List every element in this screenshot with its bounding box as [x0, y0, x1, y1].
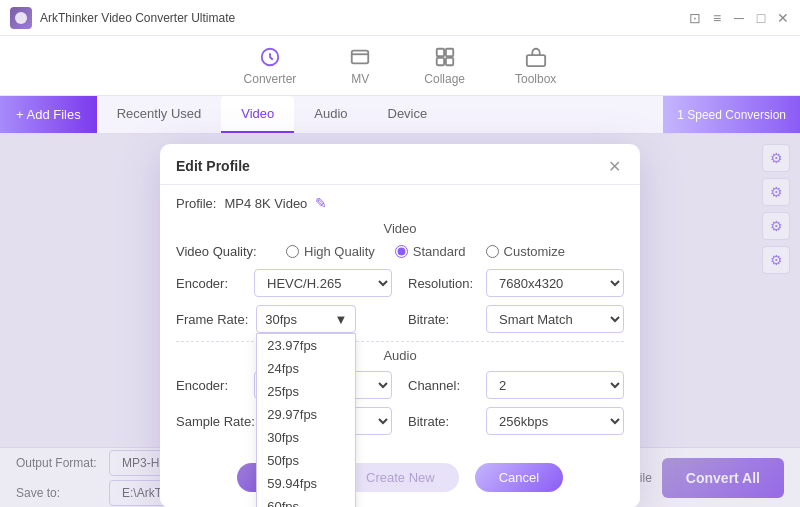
bitrate-group: Bitrate: Smart Match: [408, 305, 624, 333]
dropdown-arrow-icon: ▼: [334, 312, 347, 327]
audio-section-label: Audio: [176, 348, 624, 363]
nav-toolbox[interactable]: Toolbox: [515, 46, 556, 86]
svg-rect-5: [436, 57, 443, 64]
quality-label: Video Quality:: [176, 244, 266, 259]
tabbar: + Add Files Recently Used Video Audio De…: [0, 96, 800, 134]
toolbox-icon: [522, 46, 550, 68]
nav-converter[interactable]: Converter: [244, 46, 297, 86]
fps-59.94[interactable]: 59.94fps: [257, 472, 355, 495]
profile-label: Profile:: [176, 196, 216, 211]
add-files-label: + Add Files: [16, 107, 81, 122]
modal-body: Profile: MP4 8K Video ✎ Video Video Qual…: [160, 185, 640, 453]
frame-rate-value: 30fps: [265, 312, 297, 327]
channel-select[interactable]: 2: [486, 371, 624, 399]
svg-rect-3: [436, 48, 443, 55]
cancel-button[interactable]: Cancel: [475, 463, 563, 492]
frame-rate-trigger[interactable]: 30fps ▼: [256, 305, 356, 333]
fps-24[interactable]: 24fps: [257, 357, 355, 380]
mv-icon: [346, 46, 374, 68]
close-icon[interactable]: ✕: [776, 11, 790, 25]
sample-rate-label: Sample Rate:: [176, 414, 255, 429]
quality-high-radio[interactable]: [286, 245, 299, 258]
modal-footer: Default Create New Cancel: [160, 453, 640, 492]
add-files-button[interactable]: + Add Files: [0, 96, 97, 133]
window-controls: ⊡ ≡ ─ □ ✕: [688, 11, 790, 25]
nav-mv-label: MV: [351, 72, 369, 86]
maximize-icon[interactable]: □: [754, 11, 768, 25]
nav-toolbox-label: Toolbox: [515, 72, 556, 86]
sample-bitrate-row: Sample Rate: Bitrate: 256kbps: [176, 407, 624, 435]
resolution-select[interactable]: 7680x4320: [486, 269, 624, 297]
audio-row: Encoder: Channel: 2: [176, 371, 624, 399]
resolution-label: Resolution:: [408, 276, 478, 291]
tab-list: Recently Used Video Audio Device: [97, 96, 664, 133]
encoder-label: Encoder:: [176, 276, 246, 291]
svg-rect-7: [527, 55, 545, 66]
fps-50[interactable]: 50fps: [257, 449, 355, 472]
channel-group: Channel: 2: [408, 371, 624, 399]
framerate-bitrate-row: Frame Rate: 30fps ▼ 23.97fps 24fps 25fps…: [176, 305, 624, 333]
app-title: ArkThinker Video Converter Ultimate: [40, 11, 688, 25]
channel-label: Channel:: [408, 378, 478, 393]
nav-converter-label: Converter: [244, 72, 297, 86]
audio-bitrate-label: Bitrate:: [408, 414, 478, 429]
navbar: Converter MV Collage Toolb: [0, 36, 800, 96]
collage-icon: [431, 46, 459, 68]
video-section-label: Video: [176, 221, 624, 236]
edit-profile-icon[interactable]: ✎: [315, 195, 327, 211]
menu-icon[interactable]: ≡: [710, 11, 724, 25]
encoder-select[interactable]: HEVC/H.265: [254, 269, 392, 297]
quality-high-option[interactable]: High Quality: [286, 244, 375, 259]
main-content: ⚙ ⚙ ⚙ ⚙ Edit Profile ✕ Profile: MP4 8K V…: [0, 134, 800, 447]
chat-icon[interactable]: ⊡: [688, 11, 702, 25]
edit-profile-modal: Edit Profile ✕ Profile: MP4 8K Video ✎ V…: [160, 144, 640, 507]
svg-rect-4: [446, 48, 453, 55]
encoder-group: Encoder: HEVC/H.265: [176, 269, 392, 297]
fps-25[interactable]: 25fps: [257, 380, 355, 403]
audio-bitrate-group: Bitrate: 256kbps: [408, 407, 624, 435]
audio-encoder-label: Encoder:: [176, 378, 246, 393]
encoder-resolution-row: Encoder: HEVC/H.265 Resolution: 7680x432…: [176, 269, 624, 297]
speed-label: 1 Speed Conversion: [677, 108, 786, 122]
modal-close-button[interactable]: ✕: [604, 156, 624, 176]
fps-29.97[interactable]: 29.97fps: [257, 403, 355, 426]
speed-conversion-button[interactable]: 1 Speed Conversion: [663, 96, 800, 133]
fps-30[interactable]: 30fps: [257, 426, 355, 449]
bitrate-select[interactable]: Smart Match: [486, 305, 624, 333]
nav-mv[interactable]: MV: [346, 46, 374, 86]
nav-collage-label: Collage: [424, 72, 465, 86]
app-logo: [10, 7, 32, 29]
quality-standard-radio[interactable]: [395, 245, 408, 258]
quality-standard-option[interactable]: Standard: [395, 244, 466, 259]
tab-audio[interactable]: Audio: [294, 96, 367, 133]
svg-rect-2: [352, 50, 369, 63]
svg-rect-6: [446, 57, 453, 64]
minimize-icon[interactable]: ─: [732, 11, 746, 25]
frame-rate-list: 23.97fps 24fps 25fps 29.97fps 30fps 50fp…: [256, 333, 356, 507]
bitrate-label: Bitrate:: [408, 312, 478, 327]
fps-60[interactable]: 60fps: [257, 495, 355, 507]
profile-row: Profile: MP4 8K Video ✎: [176, 195, 624, 211]
quality-row: Video Quality: High Quality Standard Cus…: [176, 244, 624, 259]
tab-recently-used[interactable]: Recently Used: [97, 96, 222, 133]
create-new-button[interactable]: Create New: [342, 463, 459, 492]
audio-section: Audio Encoder: Channel: 2: [176, 341, 624, 435]
frame-rate-label: Frame Rate:: [176, 312, 248, 327]
resolution-group: Resolution: 7680x4320: [408, 269, 624, 297]
profile-value: MP4 8K Video: [224, 196, 307, 211]
fps-23.97[interactable]: 23.97fps: [257, 334, 355, 357]
nav-collage[interactable]: Collage: [424, 46, 465, 86]
converter-icon: [256, 46, 284, 68]
audio-bitrate-select[interactable]: 256kbps: [486, 407, 624, 435]
tab-device[interactable]: Device: [368, 96, 448, 133]
modal-title: Edit Profile: [176, 158, 250, 174]
framerate-group: Frame Rate: 30fps ▼ 23.97fps 24fps 25fps…: [176, 305, 392, 333]
modal-header: Edit Profile ✕: [160, 144, 640, 185]
quality-customize-radio[interactable]: [486, 245, 499, 258]
tab-video[interactable]: Video: [221, 96, 294, 133]
svg-point-0: [15, 12, 27, 24]
titlebar: ArkThinker Video Converter Ultimate ⊡ ≡ …: [0, 0, 800, 36]
frame-rate-dropdown[interactable]: 30fps ▼ 23.97fps 24fps 25fps 29.97fps 30…: [256, 305, 356, 333]
quality-customize-option[interactable]: Customize: [486, 244, 565, 259]
